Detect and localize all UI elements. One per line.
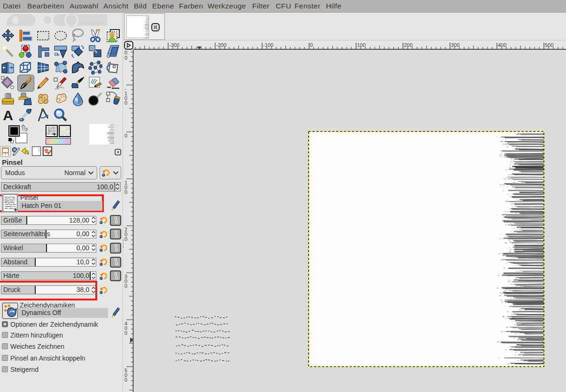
svg-text:0: 0 [124,55,127,61]
svg-text:500: 500 [545,42,553,48]
svg-text:0: 0 [124,236,127,242]
svg-text:0: 0 [124,330,127,336]
svg-text:0: 0 [124,377,127,383]
svg-text:0: 0 [124,100,127,106]
svg-text:0: 0 [124,133,127,138]
svg-text:100: 100 [357,42,365,48]
svg-text:300: 300 [451,42,459,48]
svg-text:0: 0 [124,283,127,289]
svg-text:0: 0 [310,42,313,48]
svg-text:200: 200 [404,42,412,48]
svg-text:400: 400 [498,42,506,48]
svg-text:-100: -100 [263,42,273,48]
svg-text:0: 0 [124,189,127,195]
svg-text:-200: -200 [216,42,226,48]
svg-text:-300: -300 [169,42,179,48]
